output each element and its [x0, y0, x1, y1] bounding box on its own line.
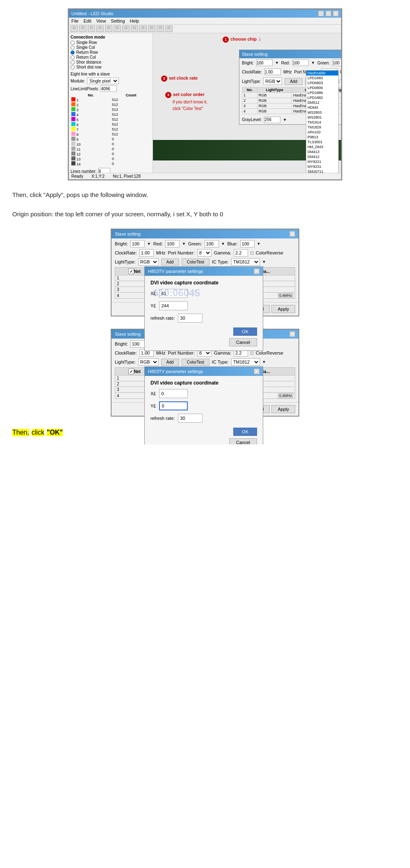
menu-edit[interactable]: Edit [84, 18, 91, 23]
slave-dialog-1-close[interactable]: ✕ [289, 231, 295, 237]
param-1-refresh-input[interactable] [178, 314, 203, 323]
ic-item-sm16711[interactable]: SM16711 [306, 169, 338, 173]
param-dialog-1-content: 610:06045 DVI video capture coordinate X… [145, 276, 263, 350]
param-dialog-2-close[interactable]: ✕ [254, 369, 260, 374]
toolbar-icon-3[interactable]: □ [88, 25, 95, 32]
param-2-x-input[interactable] [159, 389, 188, 398]
bright-input[interactable] [256, 60, 273, 66]
close-btn[interactable]: ✕ [333, 11, 339, 16]
left-panel: Connection mode Single Row Single Col Re… [69, 33, 153, 173]
param-1-refresh-row: refresh rate: [150, 314, 257, 323]
slave-1-ic-type-select[interactable]: TM1812 [231, 258, 260, 266]
slave-2-add-btn[interactable]: Add [161, 359, 179, 366]
radio-single-col[interactable]: Single Col [71, 45, 151, 50]
ic-item-apa102[interactable]: APA102 [306, 130, 338, 135]
slave-1-apply-btn[interactable]: Apply [271, 305, 295, 313]
param-2-refresh-input[interactable] [178, 414, 203, 423]
ic-item-has-enable[interactable]: HasEnable [306, 71, 338, 76]
toolbar-icon-7[interactable]: □ [122, 25, 130, 32]
ic-item-hdmx[interactable]: HDMX [306, 105, 338, 110]
ic-item-p9813[interactable]: P9813 [306, 135, 338, 140]
ic-item-ws2801[interactable]: WS2801 [306, 115, 338, 120]
graylevel-input[interactable] [264, 117, 280, 123]
ic-item-dm412[interactable]: DM412 [306, 154, 338, 159]
param-1-y-input[interactable] [159, 301, 188, 310]
slave-1-red-input[interactable] [165, 240, 180, 247]
menu-help[interactable]: Help [130, 18, 139, 23]
slave-1-blue-input[interactable] [240, 240, 255, 247]
toolbar-icon-12[interactable]: □ [165, 25, 173, 32]
param-dialog-1-close[interactable]: ✕ [254, 268, 260, 274]
toolbar-icon-8[interactable]: □ [131, 25, 138, 32]
slave-2-apply-btn[interactable]: Apply [271, 405, 295, 413]
radio-shor-distance[interactable]: Shor distance [71, 60, 151, 64]
toolbar-icon-10[interactable]: □ [148, 25, 155, 32]
radio-return-col[interactable]: Return Col [71, 55, 151, 60]
lines-number-input[interactable] [98, 168, 110, 173]
slave-1-lighttype-select[interactable]: RGB [138, 258, 159, 266]
add-button[interactable]: Add [285, 78, 303, 85]
ic-item-lpd1883[interactable]: LPD1883 [306, 76, 338, 80]
slave-1-green-input[interactable] [205, 240, 219, 247]
ic-item-lpd1882[interactable]: LPD1882 [306, 95, 338, 100]
slave-dialog-2-close[interactable]: ✕ [289, 331, 295, 337]
net-checkbox-2[interactable] [128, 369, 134, 374]
minimize-btn[interactable]: _ [318, 11, 324, 16]
slave-2-bright-input[interactable] [130, 340, 145, 348]
ic-item-ws2803[interactable]: WS2803 [306, 110, 338, 115]
click-text: click [32, 429, 44, 436]
param-2-y-input[interactable] [159, 401, 188, 410]
menu-view[interactable]: View [96, 18, 106, 23]
toolbar-icon-2[interactable]: □ [79, 25, 87, 32]
maximize-btn[interactable]: □ [326, 11, 331, 16]
slave-1-clock-input[interactable] [139, 249, 154, 257]
ic-item-tm1829[interactable]: TM1829 [306, 125, 338, 130]
red-input[interactable] [292, 60, 309, 66]
lighttype-select[interactable]: RGB [263, 78, 282, 85]
menu-setting[interactable]: Setting [111, 18, 125, 23]
slave-1-add-btn[interactable]: Add [161, 259, 179, 266]
line-limit-input[interactable] [100, 85, 117, 92]
ic-item-lpd1886[interactable]: LPD1886 [306, 90, 338, 95]
ic-item-my9221[interactable]: MY9221 [306, 159, 338, 164]
slave-1-bright-input[interactable] [130, 240, 145, 247]
slave-2-lighttype-select[interactable]: RGB [138, 358, 159, 366]
ic-item-dm413[interactable]: DM413 [306, 149, 338, 154]
toolbar-icon-4[interactable]: □ [96, 25, 104, 32]
ic-item-tm1914[interactable]: TM1914 [306, 120, 338, 125]
slave-1-color-test-btn[interactable]: ColorTest [182, 259, 210, 266]
slave-1-port-select[interactable]: 8 [197, 249, 212, 257]
param-1-cancel-btn[interactable]: Cancel [229, 338, 257, 346]
toolbar-icon-9[interactable]: □ [139, 25, 147, 32]
radio-single-row[interactable]: Single Row [71, 40, 151, 45]
ic-item-tls3001[interactable]: TLS3001 [306, 140, 338, 144]
annotation-color-order-sub: if you don't know it, [173, 100, 207, 104]
toolbar-icon-11[interactable]: □ [157, 25, 164, 32]
slave-dialog-title: Slave setting ✕ [239, 50, 341, 58]
clock-rate-input[interactable] [264, 69, 281, 75]
slave-1-color-reverse: ColorReverse [256, 250, 283, 255]
net-checkbox[interactable] [128, 268, 134, 274]
radio-return-row[interactable]: Return Row [71, 50, 151, 55]
toolbar-icon-6[interactable]: □ [114, 25, 121, 32]
slave-1-gamma-input[interactable] [234, 249, 248, 257]
ic-item-dm512[interactable]: DM512 [306, 100, 338, 105]
ic-item-lpd0806[interactable]: LPD0806 [306, 85, 338, 90]
param-1-x-input[interactable] [159, 289, 188, 298]
green-input[interactable] [332, 60, 341, 66]
param-2-cancel-btn[interactable]: Cancel [229, 438, 257, 444]
menu-file[interactable]: File [71, 18, 79, 23]
slave-2-color-test-btn[interactable]: ColorTest [182, 359, 210, 366]
freq-badge-2: 0.4MHz [278, 393, 293, 398]
module-select[interactable]: Single pixel [87, 78, 119, 84]
param-1-ok-btn[interactable]: OK [233, 328, 257, 336]
slave-2-ic-type-select[interactable]: TM1812 [231, 358, 260, 366]
toolbar-icon-1[interactable]: □ [71, 25, 78, 32]
lines-number: Lines number: [71, 168, 151, 173]
param-2-ok-btn[interactable]: OK [233, 428, 257, 436]
ic-item-lpd6803[interactable]: LPD6803 [306, 80, 338, 85]
radio-short-dist-row[interactable]: Short dist row [71, 65, 151, 69]
toolbar-icon-5[interactable]: □ [105, 25, 112, 32]
ic-item-my9231[interactable]: MY9231 [306, 164, 338, 169]
ic-item-hm-dmx[interactable]: HM_DMX [306, 144, 338, 149]
